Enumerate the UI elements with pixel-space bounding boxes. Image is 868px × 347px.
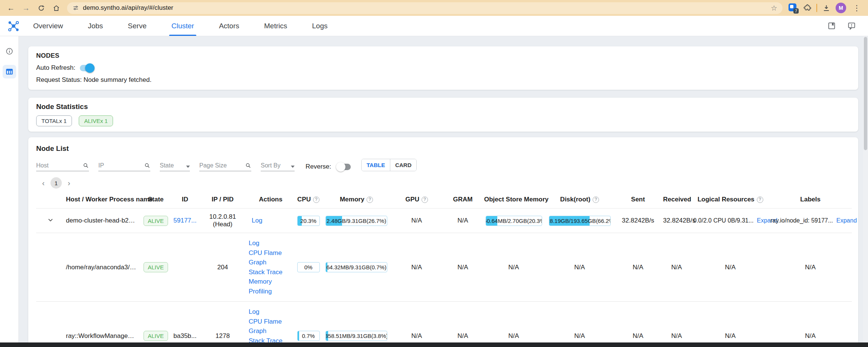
tab-jobs[interactable]: Jobs — [88, 16, 103, 36]
pinned-extension-icon[interactable]: 7 — [789, 3, 798, 12]
node-list-title: Node List — [36, 144, 850, 153]
cpu-flame-graph-link[interactable]: CPU Flame Graph — [249, 248, 293, 267]
tab-logs[interactable]: Logs — [312, 16, 327, 36]
nodes-title: NODES — [36, 52, 850, 60]
auto-refresh-toggle[interactable] — [80, 65, 93, 71]
node-list-panel: Node List State — [28, 137, 858, 342]
disk-usage-bar: 128.19GB/193.65GB(66.2%) — [549, 216, 611, 226]
state-filter-label: State — [160, 162, 174, 169]
page-size-input[interactable] — [199, 162, 245, 169]
toolbar-divider — [816, 4, 817, 12]
log-link[interactable]: Log — [249, 307, 293, 317]
ray-logo — [7, 19, 20, 33]
feedback-icon[interactable] — [847, 21, 856, 30]
tab-metrics[interactable]: Metrics — [264, 16, 287, 36]
help-icon[interactable] — [367, 197, 373, 203]
url-bar[interactable]: demo.syntho.ai/api/ray/#/cluster ☆ — [67, 2, 782, 14]
bookmark-star-icon[interactable]: ☆ — [771, 4, 777, 12]
main-content: NODES Auto Refresh: Request Status: Node… — [19, 36, 868, 342]
cpu-flame-graph-link[interactable]: CPU Flame Graph — [249, 317, 293, 336]
help-icon[interactable] — [757, 197, 763, 203]
ip-filter-input[interactable] — [98, 162, 144, 169]
ip-pid-cell: 1278 — [198, 302, 247, 343]
col-memory: Memory — [322, 191, 390, 209]
node-id-link[interactable]: 59177... — [173, 217, 196, 224]
chevron-down-icon — [291, 166, 295, 168]
table-row: ray::WorkflowManagementActor ALIVE ba35b… — [36, 302, 852, 343]
col-received: Received — [662, 191, 692, 209]
log-link[interactable]: Log — [249, 238, 293, 248]
forward-icon[interactable]: → — [20, 2, 32, 14]
url-text: demo.syntho.ai/api/ray/#/cluster — [83, 4, 767, 12]
labels-cell: N/A — [769, 302, 852, 343]
stack-trace-link[interactable]: Stack Trace — [249, 336, 293, 343]
table-row: /home/ray/anaconda3/bin/python ALIVE 204… — [36, 233, 852, 302]
table-view-icon[interactable] — [3, 65, 16, 78]
state-badge: ALIVE — [144, 216, 168, 226]
cluster-info-icon[interactable] — [3, 45, 16, 58]
pagination: ‹ 1 › — [38, 177, 850, 189]
tab-cluster[interactable]: Cluster — [171, 16, 194, 36]
browser-toolbar: ← → demo.syntho.ai/api/ray/#/cluster ☆ 7… — [0, 0, 868, 16]
page-scrollbar[interactable] — [863, 36, 868, 342]
ip-pid-cell: 10.2.0.81 (Head) — [198, 209, 247, 233]
chrome-menu-icon[interactable]: ⋮ — [851, 3, 862, 12]
extension-badge: 7 — [793, 8, 799, 14]
page-1-button[interactable]: 1 — [50, 177, 62, 189]
gpu-cell: N/A — [390, 233, 443, 302]
prev-page-icon[interactable]: ‹ — [38, 178, 48, 188]
help-icon[interactable] — [593, 197, 599, 203]
disk-cell: N/A — [545, 233, 614, 302]
scrollbar-thumb[interactable] — [864, 37, 867, 150]
table-header-row: Host / Worker Process name State ID IP /… — [36, 191, 852, 209]
col-logical-resources: Logical Resources — [692, 191, 769, 209]
ip-filter[interactable] — [98, 162, 150, 171]
back-icon[interactable]: ← — [5, 2, 17, 14]
tab-serve[interactable]: Serve — [128, 16, 147, 36]
alive-count-chip[interactable]: ALIVEx 1 — [79, 115, 113, 126]
memory-usage-bar: 64.32MB/9.31GB(0.7%) — [326, 262, 387, 272]
docs-icon[interactable] — [827, 21, 836, 30]
state-filter[interactable]: State — [160, 162, 190, 171]
col-sent: Sent — [614, 191, 662, 209]
worker-name: /home/ray/anaconda3/bin/python — [64, 233, 140, 302]
node-statistics-panel: Node Statistics TOTALx 1 ALIVEx 1 — [28, 98, 858, 132]
stack-trace-link[interactable]: Stack Trace — [249, 267, 293, 277]
table-view-button[interactable]: TABLE — [362, 159, 390, 171]
left-sidebar — [0, 36, 19, 342]
site-info-icon[interactable] — [72, 5, 79, 11]
col-gpu: GPU — [390, 191, 443, 209]
tab-actors[interactable]: Actors — [219, 16, 239, 36]
help-icon[interactable] — [313, 197, 319, 203]
sent-cell: 32.8242B/s — [614, 209, 662, 233]
page-size-filter[interactable] — [199, 162, 251, 171]
received-cell: N/A — [662, 233, 692, 302]
host-filter-input[interactable] — [36, 162, 83, 169]
labels-expand-link[interactable]: Expand — [836, 217, 857, 224]
col-object-store: Object Store Memory — [483, 191, 545, 209]
log-link[interactable]: Log — [252, 217, 262, 224]
sent-cell: N/A — [614, 233, 662, 302]
total-count-chip[interactable]: TOTALx 1 — [36, 115, 72, 126]
expand-row-icon[interactable] — [47, 216, 54, 226]
col-actions: Actions — [247, 191, 294, 209]
help-icon[interactable] — [422, 197, 428, 203]
next-page-icon[interactable]: › — [64, 178, 74, 188]
profile-avatar[interactable]: M — [836, 3, 846, 13]
nodes-panel: NODES Auto Refresh: Request Status: Node… — [28, 46, 858, 90]
sort-by-filter[interactable]: Sort By — [261, 162, 295, 171]
reverse-toggle[interactable] — [337, 164, 351, 170]
node-table: Host / Worker Process name State ID IP /… — [36, 191, 852, 342]
host-filter[interactable] — [36, 162, 89, 171]
reload-icon[interactable] — [35, 2, 47, 14]
memory-profiling-link[interactable]: Memory Profiling — [249, 277, 293, 296]
col-disk: Disk(root) — [545, 191, 614, 209]
tab-overview[interactable]: Overview — [33, 16, 63, 36]
disk-cell: N/A — [545, 302, 614, 343]
received-cell: N/A — [662, 302, 692, 343]
chevron-down-icon — [186, 166, 190, 168]
extensions-puzzle-icon[interactable] — [803, 4, 811, 12]
home-icon[interactable] — [50, 2, 63, 14]
download-icon[interactable] — [822, 4, 830, 12]
card-view-button[interactable]: CARD — [390, 159, 416, 171]
